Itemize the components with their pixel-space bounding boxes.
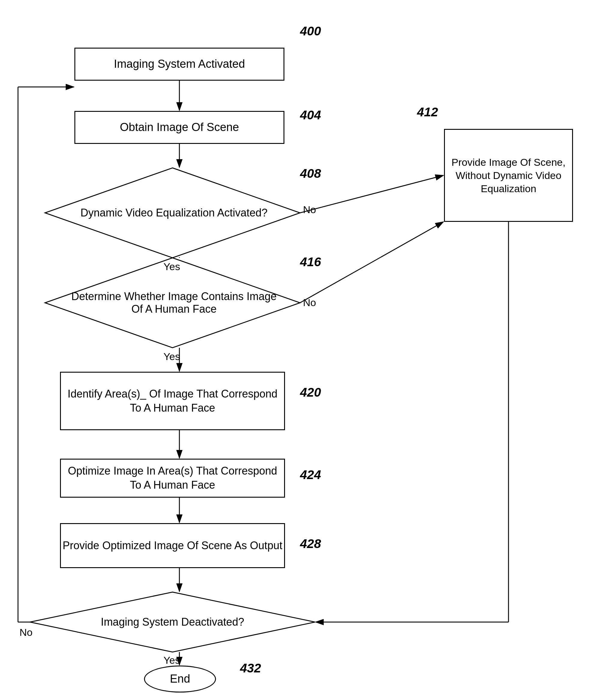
label-face-no: No <box>303 297 316 308</box>
diamond-face-label: Determine Whether Image Contains Image O… <box>66 267 282 339</box>
ref-424: 424 <box>300 468 321 482</box>
svg-marker-2 <box>30 592 315 652</box>
box-imaging-system-activated: Imaging System Activated <box>74 48 284 81</box>
box-no-dve: Provide Image Of Scene, Without Dynamic … <box>444 129 573 222</box>
box-end: End <box>144 666 216 693</box>
label-dve-yes: Yes <box>164 261 180 273</box>
label-dve-no: No <box>303 204 316 216</box>
ref-420: 420 <box>300 385 321 400</box>
ref-408: 408 <box>300 166 321 181</box>
flow-arrows <box>0 0 603 700</box>
ref-400: 400 <box>300 24 321 39</box>
svg-line-8 <box>300 222 443 303</box>
label-deactivated-no: No <box>20 627 32 638</box>
diamond-deactivated-label: Imaging System Deactivated? <box>60 605 285 639</box>
ref-428: 428 <box>300 536 321 551</box>
box-obtain-image: Obtain Image Of Scene <box>74 111 284 144</box>
svg-marker-0 <box>45 168 300 258</box>
box-identify-areas: Identify Area(s)_ Of Image That Correspo… <box>60 372 285 430</box>
ref-404: 404 <box>300 108 321 122</box>
ref-412: 412 <box>417 105 438 119</box>
diamond-dve-label: Dynamic Video Equalization Activated? <box>66 189 282 237</box>
flowchart-diagram: Imaging System Activated Obtain Image Of… <box>0 0 603 700</box>
svg-line-6 <box>300 175 443 213</box>
label-face-yes: Yes <box>164 351 180 362</box>
label-deactivated-yes: Yes <box>164 654 180 666</box>
ref-416: 416 <box>300 255 321 269</box>
box-optimize-image: Optimize Image In Area(s) That Correspon… <box>60 459 285 498</box>
ref-432: 432 <box>240 661 261 675</box>
box-provide-optimized: Provide Optimized Image Of Scene As Outp… <box>60 523 285 568</box>
